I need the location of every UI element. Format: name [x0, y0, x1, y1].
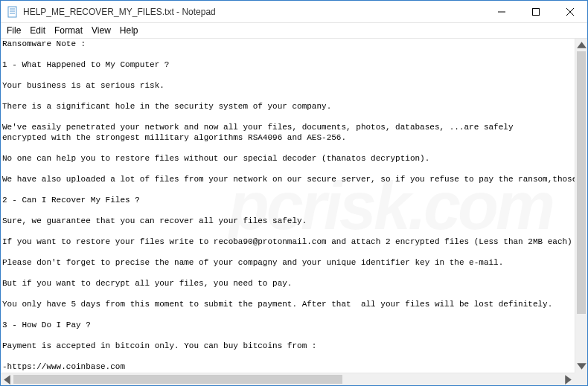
horizontal-scrollbar[interactable]: [1, 373, 575, 385]
vertical-scroll-track[interactable]: [575, 51, 587, 360]
horizontal-scroll-thumb[interactable]: [13, 375, 342, 384]
notepad-window: HELP_ME_RECOVER_MY_FILES.txt - Notepad F…: [0, 0, 588, 386]
svg-rect-0: [8, 7, 16, 17]
scroll-down-button[interactable]: [575, 360, 588, 373]
window-controls: [485, 1, 587, 22]
vertical-scroll-thumb[interactable]: [577, 51, 586, 314]
bottom-row: [1, 373, 587, 385]
scroll-right-button[interactable]: [562, 373, 575, 386]
svg-marker-8: [577, 42, 587, 48]
menu-file[interactable]: File: [2, 25, 25, 36]
vertical-scrollbar[interactable]: [575, 39, 587, 373]
svg-marker-10: [4, 375, 10, 385]
notepad-icon: [7, 6, 19, 18]
window-title: HELP_ME_RECOVER_MY_FILES.txt - Notepad: [23, 7, 485, 17]
menubar: File Edit Format View Help: [1, 23, 587, 38]
horizontal-scroll-track[interactable]: [13, 373, 562, 385]
text-area[interactable]: Ransomware Note : 1 - What Happened to M…: [1, 39, 575, 373]
close-button[interactable]: [553, 1, 587, 22]
menu-view[interactable]: View: [87, 25, 115, 36]
svg-marker-11: [565, 375, 572, 385]
document-text: Ransomware Note : 1 - What Happened to M…: [2, 39, 575, 373]
menu-format[interactable]: Format: [50, 25, 87, 36]
scroll-up-button[interactable]: [575, 39, 588, 51]
watermark: pcrisk.com: [229, 201, 552, 211]
content-wrap: Ransomware Note : 1 - What Happened to M…: [1, 38, 587, 373]
minimize-button[interactable]: [485, 1, 519, 22]
maximize-button[interactable]: [519, 1, 553, 22]
menu-edit[interactable]: Edit: [25, 25, 50, 36]
svg-marker-9: [577, 363, 587, 370]
scrollbar-corner: [575, 373, 587, 385]
menu-help[interactable]: Help: [115, 25, 143, 36]
scroll-left-button[interactable]: [1, 373, 13, 386]
titlebar[interactable]: HELP_ME_RECOVER_MY_FILES.txt - Notepad: [1, 1, 587, 23]
svg-rect-5: [533, 8, 540, 15]
